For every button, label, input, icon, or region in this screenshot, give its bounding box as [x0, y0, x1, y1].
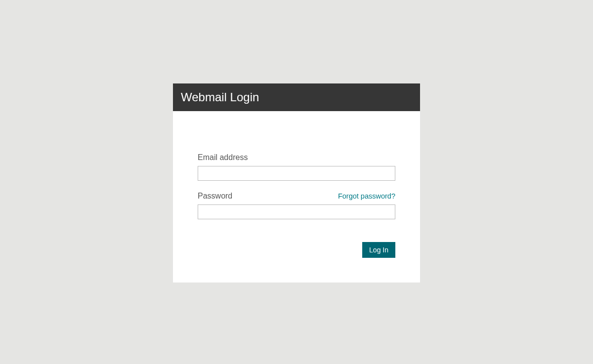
login-button[interactable]: Log In [362, 242, 395, 258]
password-field[interactable] [198, 204, 395, 219]
login-panel: Webmail Login Email address Password For… [173, 83, 420, 283]
panel-title: Webmail Login [173, 83, 420, 111]
login-form: Email address Password Forgot password? … [173, 111, 420, 283]
form-actions: Log In [198, 242, 395, 258]
forgot-password-link[interactable]: Forgot password? [338, 192, 395, 200]
email-field[interactable] [198, 166, 395, 181]
email-group: Email address [198, 153, 395, 181]
password-label-row: Password Forgot password? [198, 192, 395, 201]
email-label: Email address [198, 153, 395, 162]
password-label: Password [198, 192, 232, 201]
password-group: Password Forgot password? [198, 192, 395, 219]
